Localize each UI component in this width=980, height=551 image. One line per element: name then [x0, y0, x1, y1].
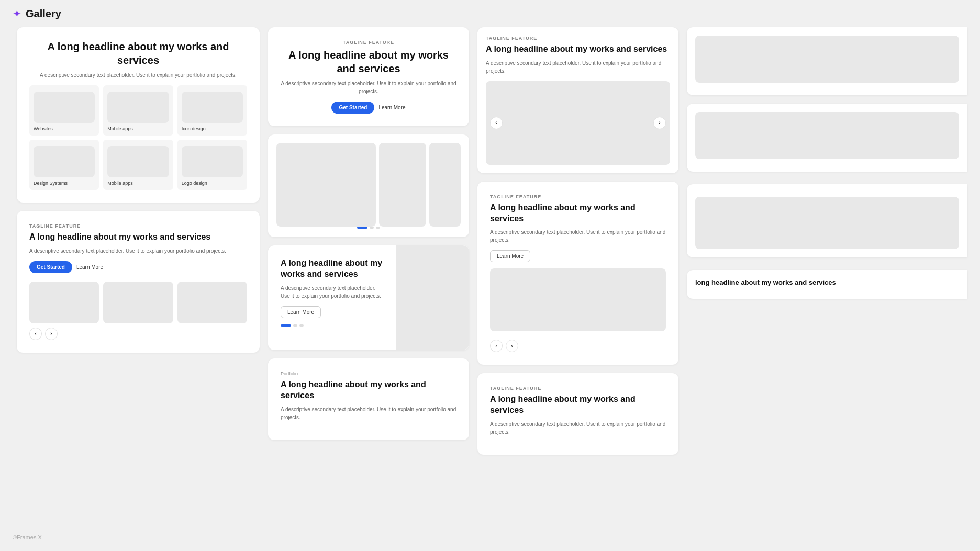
big-carousel-img — [486, 81, 670, 165]
carousel-wrapper: ‹ › — [486, 81, 670, 165]
tagline-4: TAGLINE FEATURE — [490, 194, 666, 199]
carousel-images-1 — [268, 134, 469, 227]
partial-card-2 — [687, 104, 967, 172]
dot-inactive-4 — [299, 324, 304, 327]
service-design: Design Systems — [29, 140, 99, 190]
headline-8: A long headline about my works and servi… — [490, 394, 666, 416]
btn-row-1: Get Started Learn More — [29, 261, 247, 273]
service-img — [182, 92, 243, 123]
service-label-6: Logo design — [182, 181, 243, 186]
big-carousel: TAGLINE FEATURE A long headline about my… — [477, 27, 678, 173]
next-button-1[interactable]: › — [45, 328, 58, 340]
learn-more-button-1[interactable]: Learn More — [76, 264, 103, 270]
get-started-button-2[interactable]: Get Started — [331, 102, 374, 114]
service-img — [107, 146, 169, 177]
service-mobile2: Mobile apps — [103, 140, 173, 190]
carousel-main-img-1 — [276, 143, 376, 227]
service-logo: Logo design — [177, 140, 247, 190]
desc-2: A descriptive secondary text placeholder… — [29, 247, 247, 255]
carousel-dots-1 — [268, 227, 469, 237]
partial-img-1 — [695, 36, 959, 83]
card-img-1 — [490, 268, 666, 331]
desc-8: A descriptive secondary text placeholder… — [490, 420, 666, 436]
prev-button-2[interactable]: ‹ — [490, 340, 503, 352]
slide-dots-1 — [281, 318, 383, 327]
center-card: TAGLINE FEATURE A long headline about my… — [268, 27, 469, 126]
carousel-card-1 — [268, 134, 469, 237]
col-4: long headline about my works and service… — [683, 27, 967, 455]
carousel-prev-button[interactable]: ‹ — [490, 117, 503, 129]
service-img — [182, 146, 243, 177]
tagline-card-2: TAGLINE FEATURE A long headline about my… — [477, 182, 678, 365]
service-label-5: Mobile apps — [107, 181, 169, 186]
prev-button-1[interactable]: ‹ — [29, 328, 42, 340]
desc-4: A descriptive secondary text placeholder… — [281, 284, 383, 300]
portfolio-card: Portfolio A long headline about my works… — [268, 358, 469, 440]
partial-img-3 — [695, 197, 959, 249]
next-button-2[interactable]: › — [506, 340, 518, 352]
service-websites: Websites — [29, 85, 99, 136]
headline-7: A long headline about my works and servi… — [490, 203, 666, 224]
headline-3: A long headline about my works and servi… — [281, 48, 456, 75]
bottom-nav-1: ‹ › — [29, 323, 247, 340]
btn-row-2: Get Started Learn More — [281, 102, 456, 114]
headline-1: A long headline about my works and servi… — [29, 40, 247, 67]
two-col-right-img — [396, 245, 469, 350]
learn-more-button-2[interactable]: Learn More — [378, 105, 405, 110]
service-img — [107, 92, 169, 123]
tagline-2: TAGLINE FEATURE — [281, 40, 456, 45]
sub-img-1 — [29, 282, 99, 323]
service-label-4: Design Systems — [34, 181, 95, 186]
desc-6: A descriptive secondary text placeholder… — [486, 59, 670, 75]
sub-img-2 — [103, 282, 173, 323]
sub-img-3 — [177, 282, 247, 323]
partial-bottom-card: long headline about my works and service… — [687, 270, 967, 299]
tagline-card-3: TAGLINE FEATURE A long headline about my… — [477, 373, 678, 455]
col-2: TAGLINE FEATURE A long headline about my… — [264, 27, 473, 455]
col-3: TAGLINE FEATURE A long headline about my… — [473, 27, 683, 455]
service-img — [34, 146, 95, 177]
service-img — [34, 92, 95, 123]
tagline-3: TAGLINE FEATURE — [486, 36, 670, 41]
partial-img-2 — [695, 112, 959, 159]
carousel-next-button[interactable]: › — [653, 117, 666, 129]
two-col-left: A long headline about my works and servi… — [268, 245, 396, 350]
partial-card-3 — [687, 184, 967, 257]
headline-6: A long headline about my works and servi… — [486, 44, 670, 55]
tagline-1: TAGLINE FEATURE — [29, 223, 247, 229]
tagline-5: TAGLINE FEATURE — [490, 386, 666, 391]
carousel-side-img-1a — [379, 143, 426, 227]
top-bar: ✦ Gallery — [0, 0, 980, 27]
portfolio-tag: Portfolio — [281, 371, 456, 376]
desc-1: A descriptive secondary text placeholder… — [29, 71, 247, 79]
dot-inactive-3 — [293, 324, 297, 327]
sub-images-1 — [29, 282, 247, 323]
carousel-side-img-1b — [429, 143, 461, 227]
learn-more-button-4[interactable]: Learn More — [490, 250, 530, 262]
service-label-1: Websites — [34, 126, 95, 131]
headline-bottom: long headline about my works and service… — [695, 278, 959, 287]
desc-7: A descriptive secondary text placeholder… — [490, 228, 666, 244]
get-started-button-1[interactable]: Get Started — [29, 261, 72, 273]
watermark: ©Frames X — [13, 534, 42, 541]
bottom-nav-2: ‹ › — [490, 335, 666, 352]
tagline-card-1: TAGLINE FEATURE A long headline about my… — [17, 211, 260, 353]
headline-5: A long headline about my works and servi… — [281, 379, 456, 401]
main-grid: A long headline about my works and servi… — [0, 27, 980, 467]
app-title: Gallery — [26, 8, 61, 20]
services-card: A long headline about my works and servi… — [17, 27, 260, 203]
learn-more-button-3[interactable]: Learn More — [281, 306, 321, 318]
services-grid: Websites Mobile apps Icon design Design … — [29, 85, 247, 190]
service-mobile: Mobile apps — [103, 85, 173, 136]
headline-2: A long headline about my works and servi… — [29, 232, 247, 243]
headline-4: A long headline about my works and servi… — [281, 258, 383, 280]
col-1: A long headline about my works and servi… — [13, 27, 264, 455]
two-col-card: A long headline about my works and servi… — [268, 245, 469, 350]
desc-5: A descriptive secondary text placeholder… — [281, 406, 456, 421]
dot-active-2 — [281, 324, 291, 327]
dot-inactive-2 — [376, 227, 380, 229]
desc-3: A descriptive secondary text placeholder… — [281, 80, 456, 95]
dot-active-1 — [357, 227, 368, 229]
service-label-2: Mobile apps — [107, 126, 169, 131]
dot-inactive-1 — [370, 227, 374, 229]
